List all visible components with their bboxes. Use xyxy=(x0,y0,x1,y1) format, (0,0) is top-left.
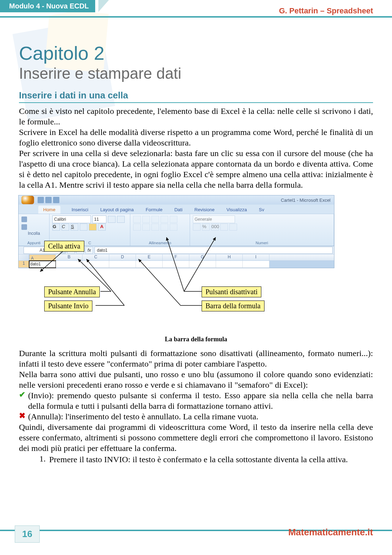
cell-h1[interactable] xyxy=(216,261,243,268)
para-6: Quindi, diversamente dai programmi di vi… xyxy=(19,422,373,453)
align-top-icon xyxy=(133,216,141,223)
page-number: 16 xyxy=(15,525,40,543)
qat-undo-icon[interactable] xyxy=(45,197,52,203)
alignment-group-label: Allineamento xyxy=(133,241,187,246)
cell-e1[interactable] xyxy=(136,261,163,268)
font-size-select[interactable]: 11 xyxy=(92,215,106,223)
percent-icon: % xyxy=(202,224,210,231)
align-right-icon xyxy=(151,224,159,231)
col-header-e[interactable]: E xyxy=(136,254,163,260)
align-left-icon xyxy=(133,224,141,231)
cell-f1[interactable] xyxy=(163,261,189,268)
author-title: G. Pettarin – Spreadsheet xyxy=(279,6,373,15)
cell-b1[interactable] xyxy=(56,261,83,268)
align-mid-icon xyxy=(142,216,150,223)
col-header-b[interactable]: B xyxy=(56,254,83,260)
col-header-h[interactable]: H xyxy=(216,254,243,260)
tab-visualizza[interactable]: Visualizza xyxy=(226,206,248,214)
callout-active-cell: Cella attiva xyxy=(44,241,84,252)
module-tab-shadow xyxy=(98,0,109,12)
module-tab: Modulo 4 - Nuova ECDL xyxy=(0,0,95,12)
fill-color-icon[interactable] xyxy=(89,224,97,231)
indent-dec-icon xyxy=(161,224,168,231)
col-header-g[interactable]: G xyxy=(189,254,216,260)
qat-save-icon[interactable] xyxy=(38,197,44,203)
cell-g1[interactable] xyxy=(189,261,216,268)
align-bot-icon xyxy=(151,216,159,223)
wrap-icon xyxy=(170,216,177,223)
tab-revisione[interactable]: Revisione xyxy=(194,206,215,214)
para-3: Per scrivere in una cella si deve selezi… xyxy=(19,148,373,190)
page-header: Modulo 4 - Nuova ECDL G. Pettarin – Spre… xyxy=(0,0,392,16)
footer-site: Matematicamente.it xyxy=(288,527,373,538)
bullet-invio-text: (Invio): premendo questo pulsante si con… xyxy=(28,390,373,411)
align-center-icon xyxy=(142,224,150,231)
fx-button[interactable]: fx xyxy=(85,247,93,254)
row-header-1[interactable]: 1 xyxy=(19,261,29,268)
numbered-item-1-text: Premere il tasto INVIO: il testo è confe… xyxy=(49,454,348,465)
paste-label[interactable]: Incolla xyxy=(21,231,46,236)
inc-dec-icon xyxy=(220,224,228,231)
currency-icon xyxy=(193,224,201,231)
cell-i1[interactable] xyxy=(243,261,269,268)
page-content: Capitolo 2 Inserire e stampare dati Inse… xyxy=(19,42,373,465)
italic-button[interactable]: C xyxy=(61,224,69,231)
tab-more[interactable]: Sv xyxy=(258,206,265,214)
tab-layout[interactable]: Layout di pagina xyxy=(99,206,134,214)
col-header-d[interactable]: D xyxy=(109,254,136,260)
callout-disabled-buttons: Pulsanti disattivati xyxy=(202,286,261,297)
border-icon[interactable] xyxy=(80,224,87,231)
excel-screenshot-figure: Cartel1 - Microsoft Excel Home Inserisci… xyxy=(19,195,373,338)
header-rule xyxy=(0,16,392,18)
tab-inserisci[interactable]: Inserisci xyxy=(71,206,89,214)
chapter-title: Capitolo 2 xyxy=(19,42,373,64)
qat-redo-icon[interactable] xyxy=(53,197,59,203)
col-header-f[interactable]: F xyxy=(163,254,189,260)
shrink-font-icon[interactable] xyxy=(117,216,125,223)
para-1: Come si è visto nel capitolo precedente,… xyxy=(19,106,373,127)
excel-titlebar: Cartel1 - Microsoft Excel xyxy=(19,195,334,205)
formula-bar[interactable]: dato1 xyxy=(94,247,333,254)
column-headers: A B C D E F G H I xyxy=(19,254,334,261)
orient-icon xyxy=(161,216,168,223)
numbered-item-1: 1. Premere il tasto INVIO: il testo è co… xyxy=(33,454,373,465)
para-5: Nella barra sono attivi due pulsanti, un… xyxy=(19,369,373,390)
cell-a1[interactable]: dato1 xyxy=(29,261,56,268)
tab-dati[interactable]: Dati xyxy=(174,206,183,214)
office-button-icon[interactable] xyxy=(21,196,34,204)
numbered-item-1-marker: 1. xyxy=(33,454,49,465)
cell-c1[interactable] xyxy=(83,261,109,268)
copy-icon[interactable] xyxy=(21,224,27,230)
ribbon-group-number: Generale % 000 Numeri xyxy=(190,214,334,246)
thousand-icon: 000 xyxy=(211,224,219,231)
excel-window: Cartel1 - Microsoft Excel Home Inserisci… xyxy=(18,195,334,268)
number-format-select: Generale xyxy=(193,215,235,223)
font-name-select[interactable]: Calibri xyxy=(52,215,91,223)
cell-d1[interactable] xyxy=(109,261,136,268)
underline-button[interactable]: S xyxy=(71,224,78,231)
clipboard-group-label: Appunti xyxy=(21,241,46,246)
ribbon-group-alignment: Allineamento xyxy=(130,214,190,246)
grow-font-icon[interactable] xyxy=(108,216,116,223)
para-4: Durante la scrittura molti pulsanti di f… xyxy=(19,348,373,369)
chapter-subtitle: Inserire e stampare dati xyxy=(19,65,373,82)
row-1: 1 dato1 xyxy=(19,261,334,268)
col-header-c[interactable]: C xyxy=(83,254,109,260)
select-all-corner[interactable] xyxy=(19,254,29,260)
tab-home[interactable]: Home xyxy=(38,206,60,214)
window-title: Cartel1 - Microsoft Excel xyxy=(281,198,331,203)
tab-formule[interactable]: Formule xyxy=(145,206,163,214)
callout-formula-bar: Barra della formula xyxy=(202,301,264,311)
check-icon: ✔ xyxy=(19,390,28,399)
bullet-annulla: ✖ (Annulla): l'inserimento del testo è a… xyxy=(19,411,373,422)
bold-button[interactable]: G xyxy=(52,224,60,231)
callout-cancel-button: Pulsante Annulla xyxy=(44,286,100,297)
cut-icon[interactable] xyxy=(21,217,27,222)
callout-enter-button: Pulsante Invio xyxy=(44,301,92,311)
bullet-invio: ✔ (Invio): premendo questo pulsante si c… xyxy=(19,390,373,411)
dec-dec-icon xyxy=(229,224,237,231)
merge-icon xyxy=(170,224,177,231)
number-group-label: Numeri xyxy=(193,241,331,246)
col-header-i[interactable]: I xyxy=(243,254,269,260)
bullet-annulla-text: (Annulla): l'inserimento del testo è ann… xyxy=(28,411,373,422)
